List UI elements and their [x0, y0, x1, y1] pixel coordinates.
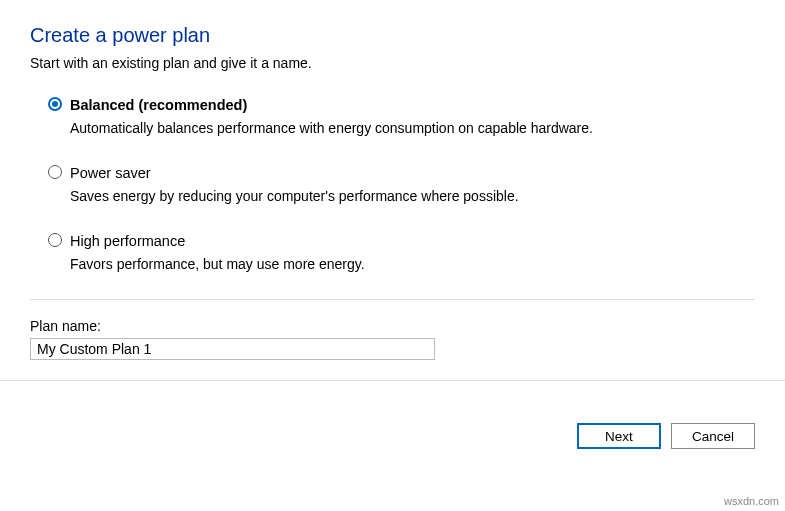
- option-desc: Automatically balances performance with …: [70, 119, 755, 139]
- option-label: Balanced (recommended): [70, 95, 755, 115]
- option-high-performance[interactable]: High performance Favors performance, but…: [48, 231, 755, 275]
- divider: [30, 299, 755, 300]
- footer-buttons: Next Cancel: [577, 423, 755, 449]
- option-desc: Favors performance, but may use more ene…: [70, 255, 755, 275]
- option-label: Power saver: [70, 163, 755, 183]
- plan-options: Balanced (recommended) Automatically bal…: [30, 95, 755, 275]
- page-title: Create a power plan: [30, 24, 755, 47]
- radio-icon: [48, 165, 62, 179]
- option-label: High performance: [70, 231, 755, 251]
- option-power-saver[interactable]: Power saver Saves energy by reducing you…: [48, 163, 755, 207]
- cancel-button[interactable]: Cancel: [671, 423, 755, 449]
- option-balanced[interactable]: Balanced (recommended) Automatically bal…: [48, 95, 755, 139]
- radio-icon: [48, 233, 62, 247]
- next-button[interactable]: Next: [577, 423, 661, 449]
- plan-name-label: Plan name:: [30, 318, 755, 334]
- radio-icon: [48, 97, 62, 111]
- plan-name-input[interactable]: [30, 338, 435, 360]
- page-subtitle: Start with an existing plan and give it …: [30, 55, 755, 71]
- footer-divider: [0, 380, 785, 381]
- option-desc: Saves energy by reducing your computer's…: [70, 187, 755, 207]
- watermark: wsxdn.com: [724, 495, 779, 507]
